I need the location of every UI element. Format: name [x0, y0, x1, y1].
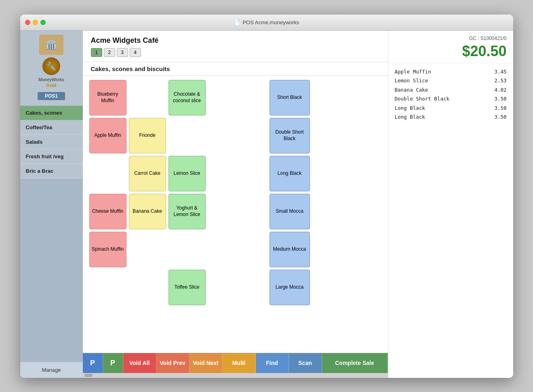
product-cheese-muffin[interactable]: Cheese Muffin — [89, 194, 126, 229]
receipt-row: Double Short Black3.50 — [395, 94, 507, 104]
scrollbar-thumb[interactable] — [84, 374, 93, 377]
product-frionde[interactable]: Frionde — [129, 118, 166, 153]
receipt-item-name: Apple Muffin — [395, 67, 431, 77]
empty-cell-r3c1 — [89, 156, 126, 191]
tab-3[interactable]: 3 — [117, 48, 128, 57]
void-prev-button[interactable]: Void Prev — [156, 353, 190, 373]
grid-spacer — [249, 80, 265, 349]
sidebar-item-bric-label: Bric a Brac — [26, 168, 54, 174]
logo-badge: 🔧 — [42, 57, 60, 75]
complete-sale-button[interactable]: Complete Sale — [322, 353, 388, 373]
empty-cell-r6c4 — [208, 270, 245, 305]
product-area: Blueberry Muffin Chocolate & coconut sli… — [83, 76, 388, 353]
receipt-item-price: 3.50 — [494, 113, 506, 122]
product-grid-right: Short Black Double Short Black Long Blac… — [270, 80, 310, 349]
sidebar-item-cakes[interactable]: Cakes, scones — [20, 106, 83, 120]
cafe-name: Acme Widgets Café — [91, 36, 380, 45]
product-toffee-slice[interactable]: Toffee Slice — [169, 270, 206, 305]
sidebar-item-salads-label: Salads — [26, 139, 43, 145]
receipt-header: GC : S1000421/0 $20.50 — [388, 31, 513, 63]
receipt-item-price: 3.50 — [494, 104, 506, 113]
receipt-row: Long Black3.50 — [395, 113, 507, 122]
empty-cell-r4c4 — [208, 194, 245, 229]
product-spinach-muffin[interactable]: Spinach Muffin — [89, 232, 126, 267]
app-icon: 📄 — [234, 19, 240, 25]
nav-items: Cakes, scones Coffee/Tea Salads Fresh fr… — [20, 106, 83, 178]
receipt-item-name: Long Black — [395, 104, 425, 113]
receipt-ref: GC : S1000421/0 — [395, 36, 507, 41]
void-next-button[interactable]: Void Next — [190, 353, 223, 373]
empty-cell-r2c4 — [208, 118, 245, 153]
product-carrot-cake[interactable]: Carrot Cake — [129, 156, 166, 191]
sidebar-filler — [20, 178, 83, 361]
sidebar: 🏛️ 🔧 MoneyWorks Gold POS1 Cakes, scones … — [20, 31, 83, 378]
scrollbar[interactable] — [83, 373, 388, 378]
empty-cell-r6c2 — [129, 270, 166, 305]
multi-button[interactable]: Multi — [223, 353, 256, 373]
receipt-item-name: Double Short Black — [395, 94, 449, 104]
maximize-button[interactable] — [40, 20, 46, 25]
empty-cell-r5c4 — [208, 232, 245, 267]
receipt-item-name: Long Black — [395, 113, 425, 122]
toolbar: P P Void All Void Prev Void Next Multi — [83, 353, 388, 373]
close-button[interactable] — [25, 20, 30, 25]
empty-cell-r1c2 — [129, 80, 166, 115]
empty-cell-r2c3 — [169, 118, 206, 153]
product-yoghurt-lemon[interactable]: Yoghurt & Lemon Slice — [169, 194, 206, 229]
product-double-short-black[interactable]: Double Short Black — [270, 118, 310, 153]
receipt-total: $20.50 — [395, 43, 507, 60]
empty-cell-r1c4 — [208, 80, 245, 115]
manage-button[interactable]: Manage — [20, 362, 83, 378]
find-button[interactable]: Find — [256, 353, 289, 373]
main-layout: 🏛️ 🔧 MoneyWorks Gold POS1 Cakes, scones … — [20, 31, 513, 378]
void-all-button[interactable]: Void All — [123, 353, 156, 373]
sidebar-item-fruit[interactable]: Fresh fruit /veg — [20, 149, 83, 164]
receipt-panel: GC : S1000421/0 $20.50 Apple Muffin3.45L… — [388, 31, 513, 378]
p2-button[interactable]: P — [103, 353, 123, 373]
product-blueberry-muffin[interactable]: Blueberry Muffin — [89, 80, 126, 115]
receipt-row: Long Black3.50 — [395, 104, 507, 113]
product-banana-cake[interactable]: Banana Cake — [129, 194, 166, 229]
receipt-row: Apple Muffin3.45 — [395, 67, 507, 77]
minimize-button[interactable] — [33, 20, 38, 25]
cafe-header: Acme Widgets Café 1 2 3 4 — [83, 31, 388, 62]
tab-1[interactable]: 1 — [91, 48, 102, 57]
sidebar-item-coffee-label: Coffee/Tea — [26, 124, 53, 130]
product-chocolate-coconut[interactable]: Chocolate & coconut slice — [169, 80, 206, 115]
receipt-row: Lemon Slice2.53 — [395, 76, 507, 86]
p1-button[interactable]: P — [83, 353, 103, 373]
content: Acme Widgets Café 1 2 3 4 Cakes, scones … — [83, 31, 388, 353]
scan-button[interactable]: Scan — [289, 353, 322, 373]
receipt-item-price: 3.45 — [494, 67, 506, 77]
titlebar: 📄 POS Acme.moneyworks — [20, 15, 513, 31]
traffic-lights — [25, 20, 46, 25]
window-title: 📄 POS Acme.moneyworks — [234, 19, 299, 25]
empty-cell-r5c2 — [129, 232, 166, 267]
receipt-item-price: 2.53 — [494, 76, 506, 86]
receipt-item-price: 4.02 — [494, 86, 506, 95]
tab-2[interactable]: 2 — [104, 48, 115, 57]
product-long-black[interactable]: Long Black — [270, 156, 310, 191]
tab-4[interactable]: 4 — [130, 48, 141, 57]
receipt-row: Banana Cake4.02 — [395, 86, 507, 95]
receipt-item-price: 3.50 — [494, 94, 506, 104]
category-title: Cakes, scones and biscuits — [83, 62, 388, 76]
empty-cell-r3c4 — [208, 156, 245, 191]
product-lemon-slice[interactable]: Lemon Slice — [169, 156, 206, 191]
sidebar-item-bric[interactable]: Bric a Brac — [20, 164, 83, 178]
receipt-item-name: Lemon Slice — [395, 76, 428, 86]
empty-cell-r6c1 — [89, 270, 126, 305]
receipt-items: Apple Muffin3.45Lemon Slice2.53Banana Ca… — [388, 63, 513, 378]
logo-image: 🏛️ — [39, 35, 63, 55]
sidebar-item-coffee[interactable]: Coffee/Tea — [20, 120, 83, 135]
empty-cell-r5c3 — [169, 232, 206, 267]
sidebar-item-salads[interactable]: Salads — [20, 135, 83, 149]
logo-text: MoneyWorks Gold — [38, 77, 64, 88]
logo-area: 🏛️ 🔧 MoneyWorks Gold — [38, 35, 64, 88]
product-grid-left: Blueberry Muffin Chocolate & coconut sli… — [89, 80, 245, 349]
product-large-mocca[interactable]: Large Mocca — [270, 270, 310, 305]
product-apple-muffin[interactable]: Apple Muffin — [89, 118, 126, 153]
product-short-black[interactable]: Short Black — [270, 80, 310, 115]
product-small-mocca[interactable]: Small Mocca — [270, 194, 310, 229]
product-medium-mocca[interactable]: Medium Mocca — [270, 232, 310, 267]
